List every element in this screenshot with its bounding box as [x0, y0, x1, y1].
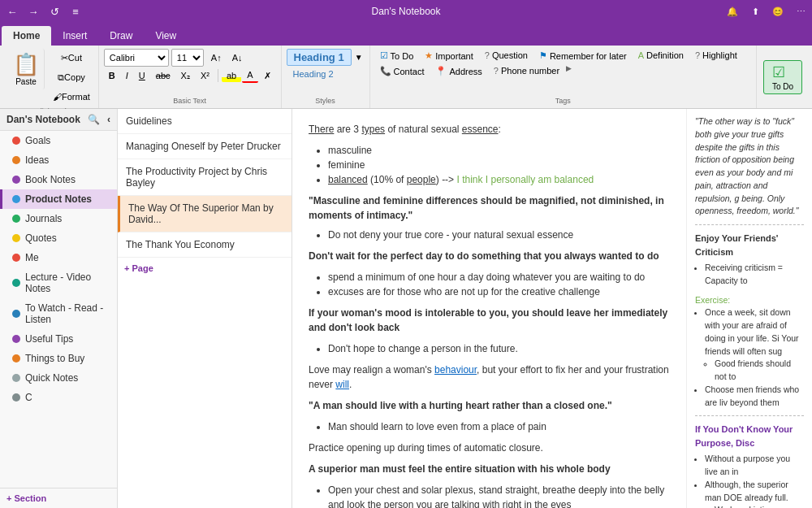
sidebar-item-quicknotes[interactable]: Quick Notes [0, 368, 117, 388]
heading1-button[interactable]: Heading 1 [287, 49, 352, 66]
styles-label: Styles [315, 95, 335, 105]
clear-format-button[interactable]: ✗ [259, 69, 276, 83]
rp-heading2: If You Don't Know Your Purpose, Disc [695, 423, 804, 449]
rp-section2-bullets: Without a purpose you live an in Althoug… [695, 453, 804, 508]
app-title: Dan's Notebook [371, 6, 440, 17]
increase-font[interactable]: A↑ [206, 51, 227, 64]
rp-bullets1: Receiving criticism = Capacity to [695, 262, 804, 288]
todo-button[interactable]: ☑ To Do [763, 60, 802, 94]
add-page-area: + Page [118, 258, 292, 279]
paste-button[interactable]: 📋 Paste [8, 49, 45, 89]
tag-definition[interactable]: A Definition [633, 49, 689, 62]
tags-content: ☑ To Do ★ Important ? Question ⚑ Remembe… [375, 49, 751, 95]
rp-section1: Enjoy Your Friends' Criticism Receiving … [695, 232, 804, 288]
tab-insert[interactable]: Insert [51, 26, 98, 46]
content-area[interactable]: There are 3 types of natural sexual esse… [292, 109, 686, 508]
italic-button[interactable]: I [121, 69, 133, 82]
rp-quote: "The other way is to "fuck" both give yo… [695, 115, 804, 218]
bold-button[interactable]: B [104, 69, 120, 82]
clipboard-group: 📋 Paste ✂ Cut ⧉ Copy 🖌 Format Clipboard [3, 46, 99, 108]
window-left-controls[interactable]: ← → ↺ ≡ [3, 2, 84, 20]
sidebar-item-productnotes[interactable]: Product Notes [0, 189, 117, 209]
font-group: Calibri 11 A↑ A↓ B I U abc X₂ X² ab A [99, 46, 282, 108]
underline-button[interactable]: U [134, 69, 150, 82]
sidebar-item-booknotes[interactable]: Book Notes [0, 170, 117, 189]
tags-label: Tags [555, 95, 571, 105]
note-peter-drucker[interactable]: Managing Oneself by Peter Drucker [118, 134, 292, 159]
styles-group: Heading 1 ▼ Heading 2 Styles [282, 46, 370, 108]
sidebar-search-icon[interactable]: 🔍 [88, 114, 100, 125]
styles-expand-icon[interactable]: ▼ [353, 51, 365, 63]
back-icon[interactable]: ← [3, 2, 21, 20]
share-icon[interactable]: ⬆ [744, 0, 767, 23]
tags-expand-icon[interactable]: ▶ [566, 64, 572, 72]
smiley-icon[interactable]: 😊 [767, 0, 789, 23]
note-thank-you[interactable]: The Thank You Economy [118, 232, 292, 258]
tab-home[interactable]: Home [2, 26, 51, 46]
font-size-controls: A↑ A↓ [206, 51, 248, 64]
goals-dot [12, 137, 20, 145]
add-page-button[interactable]: + Page [124, 263, 153, 273]
tag-phone[interactable]: ? Phone number [489, 64, 564, 77]
sidebar-header: Dan's Notebook 🔍 ‹ [0, 109, 117, 131]
sidebar-item-lecture[interactable]: Lecture - Video Notes [0, 267, 117, 298]
more-icon[interactable]: ⋯ [789, 0, 812, 23]
font-size-select[interactable]: 11 [171, 49, 204, 67]
tag-highlight[interactable]: ? Highlight [690, 49, 742, 62]
heading2-button[interactable]: Heading 2 [287, 67, 340, 80]
window-controls[interactable]: 🔔 ⬆ 😊 ⋯ [721, 0, 812, 23]
sidebar-item-usefultips[interactable]: Useful Tips [0, 329, 117, 349]
decrease-font[interactable]: A↓ [227, 51, 248, 64]
tag-todo[interactable]: ☑ To Do [375, 49, 419, 63]
highlight-button[interactable]: ab [222, 69, 241, 82]
cut-button[interactable]: ✂ Cut [50, 49, 93, 67]
list-item: spend a minimum of one hour a day doing … [328, 270, 670, 284]
sidebar-item-thingstobuy[interactable]: Things to Buy [0, 349, 117, 368]
tag-contact[interactable]: 📞 Contact [375, 64, 430, 78]
note-productivity-project[interactable]: The Productivity Project by Chris Bayley [118, 159, 292, 196]
copy-button[interactable]: ⧉ Copy [50, 68, 93, 86]
note-guidelines[interactable]: Guidelines [118, 109, 292, 134]
list-item: Good friends should not to [715, 358, 804, 384]
bell-icon[interactable]: 🔔 [721, 0, 744, 23]
strikethrough-button[interactable]: abc [151, 69, 175, 82]
main-area: Dan's Notebook 🔍 ‹ Goals Ideas Book Note… [0, 109, 812, 508]
me-dot [12, 254, 20, 262]
font-color-button[interactable]: A [242, 68, 257, 83]
tab-draw[interactable]: Draw [98, 26, 144, 46]
closure-text: Practice opening up during times of auto… [309, 441, 670, 455]
wait-bullets: spend a minimum of one hour a day doing … [309, 270, 670, 299]
ribbon: 📋 Paste ✂ Cut ⧉ Copy 🖌 Format Clipboard [0, 46, 812, 109]
subscript-button[interactable]: X₂ [176, 69, 195, 83]
forward-icon[interactable]: → [24, 2, 42, 20]
tab-view[interactable]: View [144, 26, 188, 46]
superscript-button[interactable]: X² [196, 69, 214, 82]
add-section-button[interactable]: + Section [6, 493, 46, 503]
format-button[interactable]: 🖌 Format [50, 88, 93, 106]
menu-icon[interactable]: ≡ [67, 2, 84, 20]
sidebar-item-towatch[interactable]: To Watch - Read - Listen [0, 298, 117, 329]
sidebar-item-c[interactable]: C [0, 388, 117, 407]
tag-question[interactable]: ? Question [480, 49, 533, 62]
sidebar-item-ideas[interactable]: Ideas [0, 150, 117, 170]
styles-content: Heading 1 ▼ Heading 2 [287, 49, 365, 95]
sidebar-collapse-icon[interactable]: ‹ [107, 114, 110, 125]
styles-row1: Heading 1 ▼ [287, 49, 365, 66]
heading-wait: Don't wait for the perfect day to do som… [309, 249, 670, 263]
sidebar-item-quotes[interactable]: Quotes [0, 228, 117, 248]
refresh-icon[interactable]: ↺ [45, 2, 63, 20]
font-family-select[interactable]: Calibri [104, 49, 169, 67]
superior-bullets: Open your chest and solar plexus, stand … [309, 483, 670, 508]
sidebar-footer: + Section [0, 488, 117, 508]
sidebar-item-goals[interactable]: Goals [0, 131, 117, 150]
quote1-bullets: Do not deny your true core - your natura… [309, 228, 670, 242]
list-item: excuses are for those who are not up for… [328, 284, 670, 299]
tag-address[interactable]: 📍 Address [430, 64, 486, 78]
list-item: Do not deny your true core - your natura… [328, 228, 670, 242]
note-superior-man[interactable]: The Way Of The Superior Man by David... [118, 196, 292, 232]
tag-remember[interactable]: ⚑ Remember for later [534, 49, 632, 63]
heading-superior: A superior man must feel the entire situ… [309, 462, 670, 476]
tag-important[interactable]: ★ Important [420, 49, 477, 63]
sidebar-item-me[interactable]: Me [0, 248, 117, 267]
sidebar-item-journals[interactable]: Journals [0, 209, 117, 228]
